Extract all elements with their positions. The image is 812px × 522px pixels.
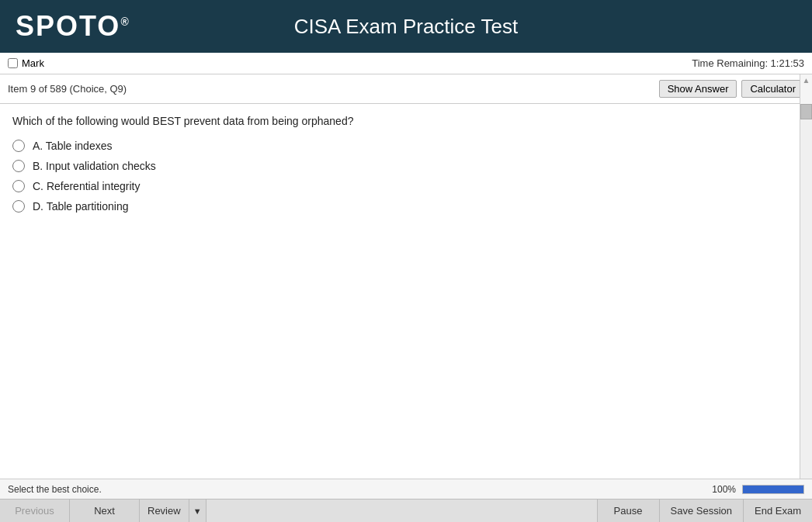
timer: Time Remaining: 1:21:53 (692, 57, 804, 69)
show-answer-button[interactable]: Show Answer (659, 80, 737, 98)
app-title: CISA Exam Practice Test (294, 15, 519, 39)
main-content: Which of the following would BEST preven… (0, 104, 800, 479)
progress-area: 100% (712, 484, 804, 495)
previous-button[interactable]: Previous (0, 500, 70, 522)
options-list: A. Table indexesB. Input validation chec… (12, 140, 787, 213)
status-text: Select the best choice. (8, 484, 102, 495)
progress-percent: 100% (712, 484, 736, 495)
review-button[interactable]: Review (140, 500, 189, 522)
main-scrollbar[interactable] (800, 104, 812, 479)
footer-nav: Previous Next Review ▼ Pause Save Sessio… (0, 499, 812, 522)
radio-option-a[interactable] (12, 140, 25, 152)
answer-option-c[interactable]: C. Referential integrity (12, 180, 787, 192)
option-label-a: A. Table indexes (33, 140, 112, 152)
logo-area: SPOTO® (16, 12, 130, 40)
answer-option-d[interactable]: D. Table partitioning (12, 200, 787, 213)
review-dropdown-button[interactable]: ▼ (189, 500, 206, 522)
main-wrapper: Which of the following would BEST preven… (0, 104, 812, 479)
radio-option-d[interactable] (12, 200, 25, 213)
question-header: Item 9 of 589 (Choice, Q9) Show Answer C… (0, 74, 812, 104)
footer-right: Pause Save Session End Exam (597, 500, 812, 522)
answer-option-b[interactable]: B. Input validation checks (12, 160, 787, 172)
calculator-button[interactable]: Calculator (741, 80, 804, 98)
footer-left: Previous Next Review ▼ (0, 500, 206, 522)
scroll-up-icon: ▲ (803, 76, 810, 85)
app-header: SPOTO® CISA Exam Practice Test (0, 0, 812, 53)
status-bar: Select the best choice. 100% (0, 479, 812, 499)
pause-button[interactable]: Pause (597, 500, 659, 522)
option-label-c: C. Referential integrity (33, 180, 141, 192)
logo: SPOTO® (16, 12, 130, 40)
option-label-d: D. Table partitioning (33, 200, 128, 213)
question-text: Which of the following would BEST preven… (12, 115, 787, 127)
question-info: Item 9 of 589 (Choice, Q9) (8, 83, 127, 95)
answer-option-a[interactable]: A. Table indexes (12, 140, 787, 152)
save-session-button[interactable]: Save Session (659, 500, 744, 522)
progress-bar-fill (743, 486, 803, 493)
mark-checkbox[interactable] (8, 58, 18, 68)
end-exam-button[interactable]: End Exam (743, 500, 812, 522)
mark-label[interactable]: Mark (8, 57, 44, 69)
scrollbar-thumb[interactable] (800, 104, 812, 119)
mark-bar: Mark Time Remaining: 1:21:53 (0, 53, 812, 74)
radio-option-b[interactable] (12, 160, 25, 172)
progress-bar (742, 485, 804, 494)
scroll-indicator: ▲ (800, 74, 812, 104)
next-button[interactable]: Next (70, 500, 140, 522)
mark-text[interactable]: Mark (22, 57, 44, 69)
header-buttons: Show Answer Calculator (659, 80, 804, 98)
review-button-wrapper: Review ▼ (140, 500, 206, 522)
option-label-b: B. Input validation checks (33, 160, 156, 172)
radio-option-c[interactable] (12, 180, 25, 192)
